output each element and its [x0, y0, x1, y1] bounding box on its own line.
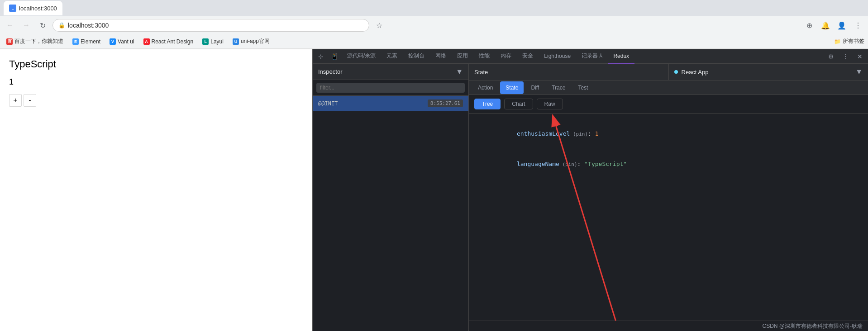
tab-xingneng[interactable]: 性能: [473, 49, 495, 64]
cursor-icon[interactable]: ⊹: [315, 50, 327, 63]
state-tab-row: Action State Diff Trace Test: [469, 80, 868, 95]
bookmark-baidu[interactable]: 百 百度一下，你就知道: [4, 37, 66, 46]
minus-button[interactable]: -: [24, 94, 36, 107]
subtab-raw[interactable]: Raw: [537, 99, 563, 109]
ext-button2[interactable]: 🔔: [819, 19, 832, 32]
webpage-title: TypeScript: [9, 58, 303, 70]
forward-button[interactable]: →: [20, 19, 33, 32]
lock-icon: 🔒: [58, 22, 65, 28]
react-app-dropdown[interactable]: ▼: [855, 68, 863, 76]
inspector-panel: Inspector ▼ @@INIT 8:55:27.61: [313, 64, 469, 331]
state-panel-top: State React App ▼: [469, 64, 868, 80]
tab-yingyong[interactable]: 应用: [452, 49, 473, 64]
state-line-2: languageName (pin): "TypeScript": [474, 149, 863, 180]
action-name: @@INIT: [318, 100, 338, 107]
tab-trace[interactable]: Trace: [546, 81, 571, 94]
nav-bar: ← → ↻ 🔒 localhost:3000 ☆ ⊕ 🔔 👤 ⋮: [0, 16, 868, 34]
react-app-title: React App: [682, 69, 709, 76]
address-text: localhost:3000: [68, 22, 109, 29]
devtools-footer: CSDN @深圳市有德者科技有限公司-耿瑞: [469, 321, 868, 331]
bookmark-element[interactable]: E Element: [70, 38, 103, 46]
close-devtools-icon[interactable]: ✕: [854, 50, 866, 63]
state-panel: State React App ▼ Action: [469, 64, 868, 331]
bookmark-react-ant[interactable]: A React Ant Design: [141, 38, 196, 46]
element-favicon: E: [72, 38, 79, 45]
tab-wangluo[interactable]: 网络: [430, 49, 452, 64]
tab-diff[interactable]: Diff: [525, 81, 544, 94]
inspector-dropdown-icon[interactable]: ▼: [456, 68, 463, 76]
react-ant-favicon: A: [143, 38, 150, 45]
uniapp-favicon: U: [233, 38, 239, 45]
vant-favicon: V: [110, 38, 116, 45]
active-tab[interactable]: L localhost:3000: [4, 1, 62, 15]
footer-text: CSDN @深圳市有德者科技有限公司-耿瑞: [762, 322, 863, 330]
state-colon-1: :: [588, 130, 595, 137]
bookmark-uniapp-label: uni-app官网: [241, 38, 270, 45]
react-app-dot: [674, 70, 678, 74]
inspector-filter: [313, 80, 468, 96]
tab-anquan[interactable]: 安全: [517, 49, 539, 64]
filter-input[interactable]: [316, 83, 465, 93]
action-time: 8:55:27.61: [428, 99, 463, 107]
main-content: TypeScript 1 + - ⊹ 📱 源代码/来源 元素 控制台: [0, 49, 868, 331]
devtools-panel: ⊹ 📱 源代码/来源 元素 控制台 网络 应用 性能: [312, 49, 868, 331]
bookmarks-bar: 百 百度一下，你就知道 E Element V Vant ui A React …: [0, 34, 868, 49]
inspector-title: Inspector: [318, 68, 342, 75]
state-panel-header-left: State: [469, 64, 668, 80]
inspector-header: Inspector ▼: [313, 64, 468, 80]
bookmark-layui[interactable]: L Layui: [200, 38, 226, 46]
back-button[interactable]: ←: [4, 19, 16, 32]
react-app-header: React App: [674, 69, 709, 76]
tab-state[interactable]: State: [500, 81, 524, 94]
state-key-2: languageName: [517, 161, 559, 167]
subtab-tree[interactable]: Tree: [474, 99, 501, 109]
plus-button[interactable]: +: [9, 94, 22, 107]
state-line-1: enthusiasmLevel (pin): 1: [474, 119, 863, 149]
state-value-2: "TypeScript": [584, 161, 627, 167]
tab-jiluzhe[interactable]: 记录器 ⅄: [576, 49, 608, 64]
devtools-tab-bar: 源代码/来源 元素 控制台 网络 应用 性能 内存: [342, 49, 824, 64]
tab-favicon: L: [9, 5, 16, 12]
state-value-1: 1: [595, 130, 599, 137]
state-paren-1: (pin): [570, 131, 588, 137]
tab-title: localhost:3000: [19, 5, 57, 12]
webpage-counter: 1: [9, 77, 303, 87]
state-content: enthusiasmLevel (pin): 1 languageName (p…: [469, 113, 868, 321]
bookmark-uniapp[interactable]: U uni-app官网: [230, 37, 272, 46]
bookmarks-end-label: 所有书签: [843, 38, 864, 45]
state-key-1: enthusiasmLevel: [517, 130, 570, 137]
tab-kongzhi[interactable]: 控制台: [403, 49, 430, 64]
devtools-settings: ⚙ ⋮ ✕: [825, 50, 866, 63]
tab-redux[interactable]: Redux: [608, 49, 634, 64]
subtab-chart[interactable]: Chart: [504, 99, 533, 109]
tab-yuansu[interactable]: 元素: [381, 49, 403, 64]
more-icon[interactable]: ⋮: [839, 50, 852, 63]
tab-yuandaima[interactable]: 源代码/来源: [342, 49, 381, 64]
bookmark-vant[interactable]: V Vant ui: [107, 38, 137, 46]
tab-action[interactable]: Action: [472, 81, 498, 94]
reload-button[interactable]: ↻: [36, 19, 49, 32]
bookmarks-end[interactable]: 📁 所有书签: [834, 38, 864, 45]
devtools-main: Inspector ▼ @@INIT 8:55:27.61 State: [313, 64, 868, 331]
tab-bar: L localhost:3000: [0, 0, 868, 16]
state-panel-title: State: [474, 69, 488, 76]
settings-icon[interactable]: ⚙: [825, 50, 837, 63]
menu-button[interactable]: ⋮: [852, 19, 864, 32]
layui-favicon: L: [202, 38, 209, 45]
action-item-init[interactable]: @@INIT 8:55:27.61: [313, 96, 468, 111]
bookmark-button[interactable]: ☆: [373, 19, 386, 32]
tab-lighthouse[interactable]: Lighthouse: [539, 49, 576, 64]
tab-neicun[interactable]: 内存: [495, 49, 517, 64]
tab-test[interactable]: Test: [572, 81, 593, 94]
state-panel-header-right: React App ▼: [668, 64, 868, 80]
webpage: TypeScript 1 + -: [0, 49, 312, 331]
state-subtab-row: Tree Chart Raw: [469, 95, 868, 113]
address-bar[interactable]: 🔒 localhost:3000: [52, 19, 369, 32]
bookmark-element-label: Element: [81, 38, 100, 45]
ext-button1[interactable]: ⊕: [803, 19, 816, 32]
baidu-favicon: 百: [6, 38, 13, 45]
profile-button[interactable]: 👤: [835, 19, 848, 32]
bookmark-vant-label: Vant ui: [118, 38, 134, 45]
devtools-toolbar: ⊹ 📱 源代码/来源 元素 控制台 网络 应用 性能: [313, 49, 868, 64]
device-icon[interactable]: 📱: [328, 50, 341, 63]
